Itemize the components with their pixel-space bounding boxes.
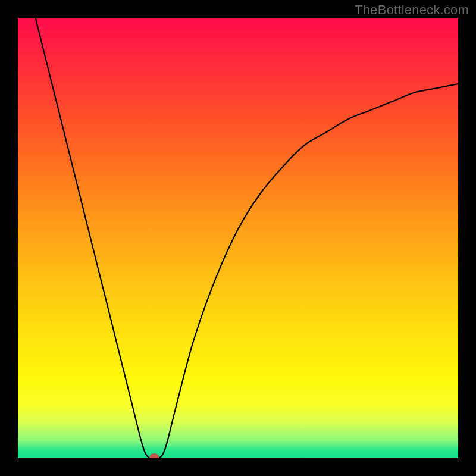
curve-left-branch [36, 18, 155, 458]
optimum-marker [149, 453, 159, 458]
curve-right-branch [154, 84, 458, 458]
bottleneck-curve [18, 18, 458, 458]
plot-area [18, 18, 458, 458]
watermark-text: TheBottleneck.com [355, 2, 469, 18]
